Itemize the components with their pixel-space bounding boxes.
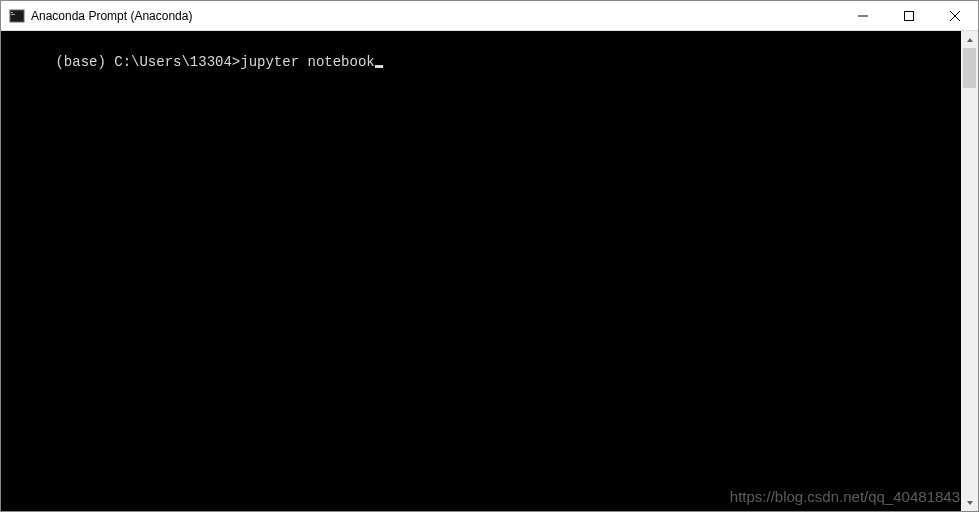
svg-marker-7 bbox=[967, 38, 973, 42]
app-icon bbox=[9, 8, 25, 24]
terminal[interactable]: (base) C:\Users\13304>jupyter notebook bbox=[1, 31, 961, 511]
svg-rect-1 bbox=[11, 14, 15, 15]
close-button[interactable] bbox=[932, 1, 978, 30]
svg-marker-8 bbox=[967, 501, 973, 505]
minimize-button[interactable] bbox=[840, 1, 886, 30]
svg-rect-0 bbox=[10, 10, 24, 22]
vertical-scrollbar[interactable] bbox=[961, 31, 978, 511]
scroll-thumb[interactable] bbox=[963, 48, 976, 88]
client-area: (base) C:\Users\13304>jupyter notebook h… bbox=[1, 31, 978, 511]
scroll-track[interactable] bbox=[961, 48, 978, 494]
cursor bbox=[375, 65, 383, 68]
svg-rect-4 bbox=[905, 11, 914, 20]
titlebar[interactable]: Anaconda Prompt (Anaconda) bbox=[1, 1, 978, 31]
scroll-up-arrow[interactable] bbox=[961, 31, 978, 48]
window-controls bbox=[840, 1, 978, 30]
maximize-button[interactable] bbox=[886, 1, 932, 30]
prompt-text: (base) C:\Users\13304> bbox=[55, 54, 240, 70]
window-title: Anaconda Prompt (Anaconda) bbox=[31, 9, 840, 23]
svg-rect-2 bbox=[11, 12, 13, 13]
command-text: jupyter notebook bbox=[240, 54, 374, 70]
scroll-down-arrow[interactable] bbox=[961, 494, 978, 511]
application-window: Anaconda Prompt (Anaconda) (base) C:\Use… bbox=[0, 0, 979, 512]
